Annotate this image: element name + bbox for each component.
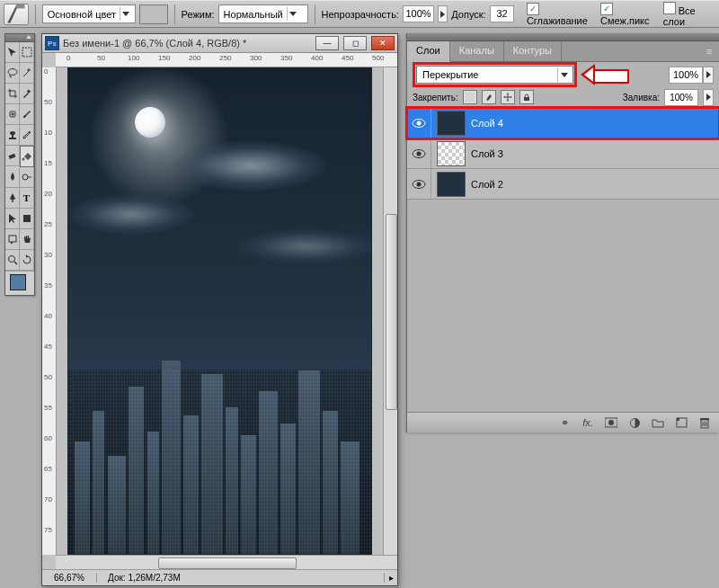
svg-rect-19 xyxy=(524,97,529,101)
blur-tool[interactable] xyxy=(5,167,20,188)
lock-pixels-icon[interactable] xyxy=(482,90,496,104)
wand-tool[interactable] xyxy=(20,63,34,84)
hand-tool[interactable] xyxy=(20,229,34,250)
panel-menu-icon[interactable]: ≡ xyxy=(699,41,719,61)
svg-point-25 xyxy=(417,182,422,186)
layer-thumb[interactable] xyxy=(437,172,466,197)
marquee-tool[interactable] xyxy=(20,42,34,63)
eyedropper-tool[interactable] xyxy=(20,84,34,104)
close-button[interactable]: ✕ xyxy=(371,36,395,50)
ruler-horizontal[interactable]: 050100150200250300350400450500 xyxy=(56,53,397,67)
statusbar-flyout[interactable]: ▸ xyxy=(384,573,397,583)
adjustment-icon[interactable] xyxy=(627,415,642,430)
layer-row[interactable]: Слой 2 xyxy=(407,169,719,200)
annotation-arrow xyxy=(581,64,633,85)
svg-rect-1 xyxy=(22,48,31,57)
zoom-display[interactable]: 66,67% xyxy=(42,573,97,583)
blend-mode-combo[interactable]: Перекрытие xyxy=(416,66,573,84)
layer-opacity-input[interactable]: 100% xyxy=(669,67,703,84)
group-icon[interactable] xyxy=(651,415,665,430)
layer-name[interactable]: Слой 4 xyxy=(471,118,719,129)
visibility-icon[interactable] xyxy=(407,138,431,168)
type-tool[interactable]: T xyxy=(20,188,34,209)
foreground-label: Основной цвет xyxy=(48,9,116,20)
link-layers-icon[interactable]: ⚭ xyxy=(557,415,572,430)
doc-info[interactable]: Док: 1,26M/2,73M xyxy=(97,573,384,583)
eraser-tool[interactable] xyxy=(5,146,20,166)
svg-rect-0 xyxy=(16,4,25,8)
lasso-tool[interactable] xyxy=(5,63,20,84)
tab-channels[interactable]: Каналы xyxy=(450,41,504,61)
layer-name[interactable]: Слой 3 xyxy=(471,148,719,159)
ps-icon: Ps xyxy=(45,36,59,50)
mode-combo[interactable]: Нормальный xyxy=(218,4,308,23)
minimize-button[interactable]: — xyxy=(315,36,339,50)
svg-rect-16 xyxy=(466,93,475,102)
bucket-tool[interactable] xyxy=(20,146,34,167)
fx-icon[interactable]: fx. xyxy=(581,415,595,430)
dodge-tool[interactable] xyxy=(20,167,34,188)
svg-rect-9 xyxy=(8,154,15,159)
foreground-combo[interactable]: Основной цвет xyxy=(42,4,137,23)
opacity-input[interactable]: 100% xyxy=(403,5,434,22)
tab-paths[interactable]: Контуры xyxy=(504,41,562,61)
zoom-tool[interactable] xyxy=(5,250,20,271)
shape-tool[interactable] xyxy=(20,209,34,229)
tab-layers[interactable]: Слои xyxy=(407,41,450,62)
fill-input[interactable]: 100% xyxy=(664,89,698,106)
layer-row[interactable]: Слой 3 xyxy=(407,138,719,169)
lock-position-icon[interactable] xyxy=(501,90,515,104)
pen-tool[interactable] xyxy=(5,188,20,209)
tolerance-label: Допуск: xyxy=(451,9,485,20)
svg-point-21 xyxy=(417,120,422,125)
lock-transparency-icon[interactable] xyxy=(463,90,477,104)
tolerance-input[interactable]: 32 xyxy=(490,5,515,22)
new-layer-icon[interactable] xyxy=(674,415,688,430)
scrollbar-horizontal[interactable] xyxy=(56,555,397,569)
toolbox: T xyxy=(4,33,35,296)
scrollbar-vertical[interactable] xyxy=(383,67,397,555)
layer-row[interactable]: Слой 4 xyxy=(407,108,719,138)
svg-point-10 xyxy=(22,158,25,161)
maximize-button[interactable]: ◻ xyxy=(343,36,367,50)
crop-tool[interactable] xyxy=(5,84,20,104)
fg-color-swatch[interactable] xyxy=(10,274,26,290)
svg-rect-5 xyxy=(9,138,16,139)
canvas[interactable] xyxy=(57,67,383,555)
svg-rect-3 xyxy=(26,90,30,94)
status-bar: 66,67% Док: 1,26M/2,73M ▸ xyxy=(42,569,397,585)
healing-tool[interactable] xyxy=(5,104,20,125)
brush-tool[interactable] xyxy=(20,104,34,125)
layer-thumb[interactable] xyxy=(437,141,466,166)
ruler-vertical[interactable]: 0501015202530354045505560657075 xyxy=(42,67,57,555)
contiguous-checkbox[interactable]: Смеж.пикс xyxy=(600,3,660,26)
toolbox-grip[interactable] xyxy=(5,34,34,42)
svg-point-27 xyxy=(608,420,614,425)
lock-all-icon[interactable] xyxy=(519,90,534,104)
color-swatches[interactable] xyxy=(5,271,34,295)
current-tool-icon[interactable] xyxy=(4,4,29,25)
alllayers-checkbox[interactable]: Все слои xyxy=(663,2,715,27)
move-tool[interactable] xyxy=(5,42,20,63)
workspace: T Ps Без имени-1 @ 66,7% (Слой 4, RGB/8)… xyxy=(0,28,719,588)
antialias-checkbox[interactable]: Сглаживание xyxy=(527,3,597,26)
trash-icon[interactable] xyxy=(697,415,712,430)
history-brush-tool[interactable] xyxy=(20,125,34,146)
mask-icon[interactable] xyxy=(604,415,618,430)
svg-point-15 xyxy=(8,256,14,263)
layer-thumb[interactable] xyxy=(437,111,466,136)
stamp-tool[interactable] xyxy=(5,125,20,146)
visibility-icon[interactable] xyxy=(407,169,431,199)
rotate-tool[interactable] xyxy=(20,250,34,271)
layer-name[interactable]: Слой 2 xyxy=(471,179,719,190)
path-select-tool[interactable] xyxy=(5,209,20,229)
layer-opacity-flyout[interactable] xyxy=(703,67,714,84)
notes-tool[interactable] xyxy=(5,229,20,250)
panel-grip[interactable] xyxy=(407,33,719,41)
separator xyxy=(35,4,36,24)
visibility-icon[interactable] xyxy=(407,108,431,138)
color-swatch[interactable] xyxy=(139,4,167,24)
opacity-flyout[interactable] xyxy=(438,5,448,22)
fill-flyout[interactable] xyxy=(703,89,714,106)
titlebar[interactable]: Ps Без имени-1 @ 66,7% (Слой 4, RGB/8) *… xyxy=(42,34,397,53)
